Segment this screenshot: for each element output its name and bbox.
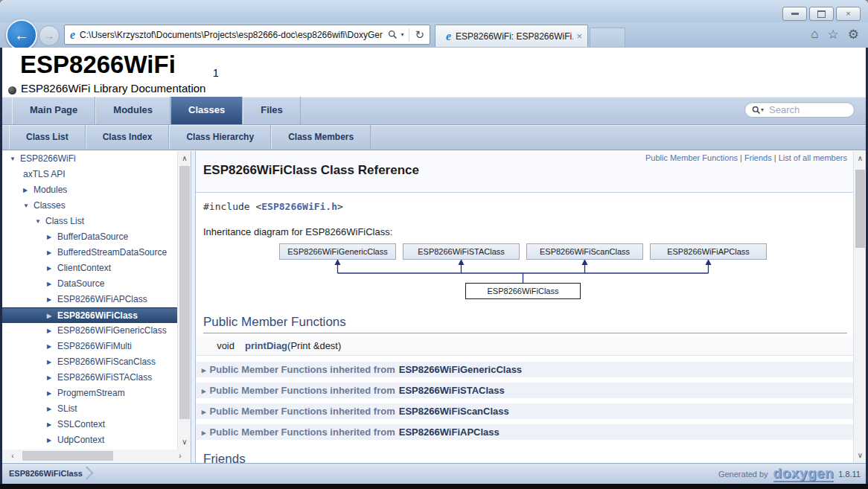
tree-collapsed-icon[interactable] [23,182,33,198]
inherited-section-esp8266wifigenericclass[interactable]: ▸Public Member Functions inherited fromE… [196,362,853,377]
tree-expanded-icon[interactable] [23,198,33,214]
doc-search-box[interactable]: ▾ [744,102,855,118]
diagram-node-esp8266wifigenericclass[interactable]: ESP8266WiFiGenericClass [279,243,396,260]
tree-collapsed-icon[interactable] [47,276,57,292]
tree-collapsed-icon[interactable] [47,308,57,324]
sidebar-resize-handle[interactable] [191,151,196,463]
address-bar[interactable]: e C:\Users\Krzysztof\Documents\Projects\… [64,25,430,45]
sidebar-item-clientcontext[interactable]: ClientContext [2,261,177,276]
chevron-down-icon[interactable]: ▾ [761,106,764,113]
tab-class-list[interactable]: Class List [9,125,86,150]
tree-expanded-icon[interactable] [35,214,45,229]
sidebar-item-bufferdatasource[interactable]: BufferDataSource [2,229,177,245]
maximize-button[interactable] [809,7,834,21]
inherited-class-link[interactable]: ESP8266WiFiSTAClass [399,385,505,396]
scroll-up-icon[interactable]: ∧ [854,153,867,164]
tree-collapsed-icon[interactable] [47,370,57,386]
tree-collapsed-icon[interactable] [47,339,57,354]
inherited-section-esp8266wifiapclass[interactable]: ▸Public Member Functions inherited fromE… [196,424,853,440]
sidebar-item-esp8266wifigenericclass[interactable]: ESP8266WiFiGenericClass [2,323,177,339]
sidebar-horizontal-scrollbar[interactable]: ‹ › [2,450,191,462]
inherited-label: Public Member Functions inherited from [210,364,395,375]
doxygen-logo[interactable]: doxygen [773,466,835,482]
browser-tab[interactable]: e ESP8266WiFi: ESP8266WiFi... × [435,25,588,47]
tree-collapsed-icon[interactable] [47,417,57,432]
home-icon[interactable]: ⌂ [811,27,818,42]
inherited-class-link[interactable]: ESP8266WiFiAPClass [399,426,500,438]
tree-collapsed-icon[interactable] [47,245,57,261]
include-file-link[interactable]: ESP8266WiFi.h [261,201,337,212]
sidebar-tree: ESP8266WiFi axTLS API Modules Classes Cl… [2,151,177,450]
sidebar-item-sslcontext[interactable]: SSLContext [2,417,177,432]
settings-gear-icon[interactable]: ⚙ [848,27,859,42]
diagram-node-esp8266wifiscanclass[interactable]: ESP8266WiFiScanClass [526,243,643,260]
sidebar-item-progmemstream[interactable]: ProgmemStream [2,386,177,401]
tab-classes[interactable]: Classes [170,97,243,124]
diagram-node-esp8266wifistaclass[interactable]: ESP8266WiFiSTAClass [403,243,520,260]
tree-collapsed-icon[interactable] [47,354,57,370]
inherited-class-link[interactable]: ESP8266WiFiScanClass [399,406,509,417]
tab-main-page[interactable]: Main Page [12,97,95,124]
sidebar-item-esp8266wifi[interactable]: ESP8266WiFi [2,151,177,167]
tab-close-icon[interactable]: × [576,31,582,42]
sidebar-item-datasource[interactable]: DataSource [2,276,177,292]
tree-item-label: axTLS API [23,167,66,182]
scrollbar-thumb[interactable] [855,170,865,248]
sidebar-item-modules[interactable]: Modules [2,182,177,198]
link-friends[interactable]: Friends [744,153,772,162]
tab-class-hierarchy[interactable]: Class Hierarchy [169,125,271,150]
inherited-class-link[interactable]: ESP8266WiFiGenericClass [399,364,522,375]
sidebar-item-esp8266wifiscanclass[interactable]: ESP8266WiFiScanClass [2,354,177,370]
close-button[interactable]: × [836,7,861,21]
refresh-icon[interactable]: ↻ [415,28,424,42]
sidebar-item-slist[interactable]: SList [2,401,177,417]
scroll-up-icon[interactable]: ∧ [178,153,191,164]
new-tab-button[interactable] [590,28,625,47]
link-list-of-all-members[interactable]: List of all members [779,153,847,162]
doc-content: Public Member Functions | Friends | List… [196,151,853,463]
tab-files[interactable]: Files [243,97,301,124]
scroll-down-icon[interactable]: ∨ [854,450,867,461]
favorites-star-icon[interactable]: ☆ [828,27,839,42]
search-icon[interactable] [388,30,398,39]
link-public-member-functions[interactable]: Public Member Functions [645,153,738,162]
forward-button[interactable]: → [39,25,60,46]
sidebar-item-axtls-api[interactable]: axTLS API [2,167,177,182]
content-vertical-scrollbar[interactable]: ∧ ∨ [853,151,867,463]
back-button[interactable]: ← [6,19,37,51]
sidebar-item-esp8266wifiapclass[interactable]: ESP8266WiFiAPClass [2,292,177,307]
sidebar-item-class-list[interactable]: Class List [2,214,177,229]
chevron-down-icon[interactable]: ▾ [401,31,403,38]
inherited-section-esp8266wifistaclass[interactable]: ▸Public Member Functions inherited fromE… [196,383,853,398]
scrollbar-thumb[interactable] [179,166,190,419]
tree-collapsed-icon[interactable] [47,292,57,307]
sidebar-item-esp8266wifimulti[interactable]: ESP8266WiFiMulti [2,339,177,354]
sidebar-item-bufferedstreamdatasource[interactable]: BufferedStreamDataSource [2,245,177,261]
tree-collapsed-icon[interactable] [47,401,57,417]
minimize-button[interactable] [782,7,807,21]
sidebar-item-classes[interactable]: Classes [2,198,177,214]
sidebar-item-udpcontext[interactable]: UdpContext [2,432,177,448]
scrollbar-thumb[interactable] [22,451,113,461]
tree-collapsed-icon[interactable] [47,261,57,276]
sidebar-item-esp8266wifistaclass[interactable]: ESP8266WiFiSTAClass [2,370,177,386]
inherited-section-esp8266wifiscanclass[interactable]: ▸Public Member Functions inherited fromE… [196,403,853,419]
tab-class-members[interactable]: Class Members [271,125,371,150]
tree-collapsed-icon[interactable] [47,323,57,339]
tab-modules[interactable]: Modules [95,97,170,124]
tree-collapsed-icon[interactable] [47,432,57,448]
url-text[interactable]: C:\Users\Krzysztof\Documents\Projects\es… [80,30,383,40]
tree-expanded-icon[interactable] [10,151,20,167]
tree-collapsed-icon[interactable] [47,229,57,245]
sidebar-item-esp8266wificlass[interactable]: ESP8266WiFiClass [2,307,177,323]
tab-class-index[interactable]: Class Index [86,125,170,150]
diagram-node-esp8266wifiapclass[interactable]: ESP8266WiFiAPClass [650,243,767,260]
member-name-link[interactable]: printDiag [245,340,287,351]
tree-collapsed-icon[interactable] [47,386,57,401]
sidebar-vertical-scrollbar[interactable]: ∧ ∨ [177,151,191,450]
scroll-down-icon[interactable]: ∨ [178,436,191,448]
breadcrumb[interactable]: ESP8266WiFiClass [9,464,83,484]
search-input[interactable] [768,103,851,116]
scroll-left-icon[interactable]: ‹ [7,450,19,462]
scroll-right-icon[interactable]: › [174,450,186,462]
